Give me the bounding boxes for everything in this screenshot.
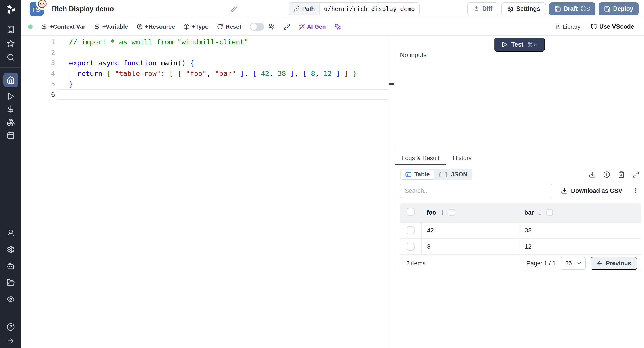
play-icon bbox=[501, 41, 508, 48]
arrow-left-icon bbox=[596, 260, 603, 266]
table-footer: 2 items Page: 1 / 1 25 Previous bbox=[400, 254, 641, 272]
add-context-var-button[interactable]: +Context Var bbox=[41, 23, 86, 30]
diff-button[interactable]: Diff bbox=[467, 3, 498, 16]
tab-logs-result[interactable]: Logs & Result bbox=[395, 151, 446, 165]
column-header-bar: bar bbox=[524, 209, 534, 216]
code-text[interactable] bbox=[57, 89, 388, 100]
code-line[interactable]: 3export async function main() { bbox=[22, 58, 395, 68]
expand-sidebar-icon[interactable] bbox=[7, 337, 15, 345]
settings-button[interactable]: Settings bbox=[501, 3, 546, 16]
code-line[interactable]: 6 bbox=[22, 89, 395, 100]
search-icon[interactable] bbox=[7, 53, 15, 61]
sidebar-item-home[interactable] bbox=[3, 73, 18, 87]
windmill-logo[interactable] bbox=[5, 4, 16, 15]
code-text[interactable]: return { "table-row": [ [ "foo", "bar" ]… bbox=[57, 68, 388, 79]
line-number: 4 bbox=[22, 68, 55, 79]
editor-scrollbar-track[interactable] bbox=[388, 36, 388, 348]
deploy-button[interactable]: Deploy bbox=[598, 3, 639, 16]
test-shortcut: ⌘↵ bbox=[527, 41, 538, 48]
page-title: Rich Display demo bbox=[52, 5, 114, 13]
download-result-icon[interactable] bbox=[589, 171, 596, 178]
path-value[interactable]: u/henri/rich_display_demo bbox=[320, 3, 419, 15]
table-row: 812 bbox=[400, 238, 641, 254]
help-icon[interactable] bbox=[7, 323, 15, 331]
column-header-foo: foo bbox=[427, 209, 436, 216]
row-checkbox[interactable] bbox=[406, 243, 414, 251]
table-row: 4238 bbox=[400, 222, 641, 238]
schedules-icon[interactable] bbox=[7, 131, 15, 139]
tab-history[interactable]: History bbox=[446, 151, 478, 165]
reset-icon bbox=[217, 24, 223, 30]
test-button[interactable]: Test ⌘↵ bbox=[494, 38, 545, 52]
gear-icon bbox=[507, 6, 514, 12]
column-toggle[interactable] bbox=[546, 209, 553, 216]
line-number: 3 bbox=[22, 58, 55, 68]
path-label-segment[interactable]: Path bbox=[289, 3, 319, 15]
line-number: 2 bbox=[22, 47, 55, 58]
code-text[interactable] bbox=[57, 47, 388, 58]
sort-icon[interactable] bbox=[440, 209, 445, 216]
folders-icon[interactable] bbox=[7, 279, 15, 287]
previous-page-button[interactable]: Previous bbox=[590, 257, 637, 270]
code-line[interactable]: 5} bbox=[22, 79, 395, 89]
path-label: Path bbox=[302, 5, 314, 12]
code-editor[interactable]: 1// import * as wmill from "windmill-cli… bbox=[22, 36, 395, 348]
code-text[interactable]: export async function main() { bbox=[57, 58, 388, 68]
braces-icon: { } bbox=[438, 171, 448, 178]
code-text[interactable]: // import * as wmill from "windmill-clie… bbox=[57, 37, 388, 47]
building-icon[interactable] bbox=[7, 26, 15, 34]
select-all-checkbox[interactable] bbox=[406, 208, 414, 216]
runs-icon[interactable] bbox=[7, 92, 15, 100]
download-csv-button[interactable]: Download as CSV bbox=[561, 188, 622, 194]
run-and-results-panel: Test ⌘↵ No inputs Logs & Result History … bbox=[395, 36, 644, 348]
info-icon[interactable] bbox=[603, 171, 610, 178]
code-line[interactable]: 4 return { "table-row": [ [ "foo", "bar"… bbox=[22, 68, 395, 79]
users-admin-icon[interactable] bbox=[7, 229, 15, 237]
resources-icon[interactable] bbox=[7, 118, 15, 126]
audit-logs-icon[interactable] bbox=[7, 295, 15, 303]
result-tabs: Logs & Result History bbox=[395, 151, 644, 165]
draft-button[interactable]: Draft ⌘S bbox=[549, 3, 596, 16]
no-inputs-text: No inputs bbox=[400, 52, 426, 59]
edit-summary-pencil-icon[interactable] bbox=[230, 5, 238, 13]
star-icon[interactable] bbox=[7, 39, 15, 48]
workers-icon[interactable] bbox=[7, 262, 15, 270]
view-json-button[interactable]: { } JSON bbox=[434, 170, 472, 179]
more-options-kebab-icon[interactable] bbox=[632, 188, 639, 194]
add-variable-button[interactable]: +Variable bbox=[94, 23, 128, 30]
table-cell: 12 bbox=[519, 239, 641, 254]
view-table-button[interactable]: Table bbox=[401, 170, 434, 179]
library-button[interactable]: Library bbox=[554, 23, 580, 30]
dollar-icon bbox=[94, 24, 100, 30]
copy-clipboard-icon[interactable] bbox=[618, 171, 625, 178]
add-resource-button[interactable]: +Resource bbox=[137, 23, 175, 30]
reset-button[interactable]: Reset bbox=[217, 23, 241, 30]
editor-toolbar: +Context Var +Variable +Resource +Type R… bbox=[22, 18, 644, 36]
variables-icon[interactable] bbox=[7, 105, 15, 113]
dollar-icon bbox=[41, 24, 48, 30]
code-line[interactable]: 2 bbox=[22, 47, 395, 58]
code-text[interactable]: } bbox=[57, 79, 388, 89]
sort-icon[interactable] bbox=[537, 209, 543, 216]
settings-icon[interactable] bbox=[7, 245, 15, 254]
users-icon[interactable] bbox=[268, 23, 275, 30]
format-brush-icon[interactable] bbox=[283, 23, 290, 30]
sparkles-icon[interactable] bbox=[334, 23, 341, 30]
column-toggle[interactable] bbox=[448, 209, 455, 216]
settings-label: Settings bbox=[516, 5, 540, 12]
sidebar bbox=[0, 0, 22, 348]
table-cell: 8 bbox=[421, 239, 519, 254]
expand-icon[interactable] bbox=[632, 171, 639, 178]
add-type-button[interactable]: +Type bbox=[183, 23, 208, 30]
search-input[interactable] bbox=[400, 184, 552, 198]
multiplayer-toggle[interactable] bbox=[250, 23, 264, 31]
ai-gen-button[interactable]: AI Gen bbox=[298, 23, 326, 30]
row-checkbox[interactable] bbox=[406, 226, 414, 235]
toggle-knob bbox=[250, 23, 257, 30]
code-line[interactable]: 1// import * as wmill from "windmill-cli… bbox=[22, 37, 395, 47]
table-icon bbox=[405, 171, 412, 178]
package-icon bbox=[137, 24, 143, 30]
path-control[interactable]: Path u/henri/rich_display_demo bbox=[289, 3, 420, 16]
page-size-select[interactable]: 25 bbox=[560, 257, 586, 270]
use-vscode-button[interactable]: Use VScode bbox=[591, 23, 634, 30]
